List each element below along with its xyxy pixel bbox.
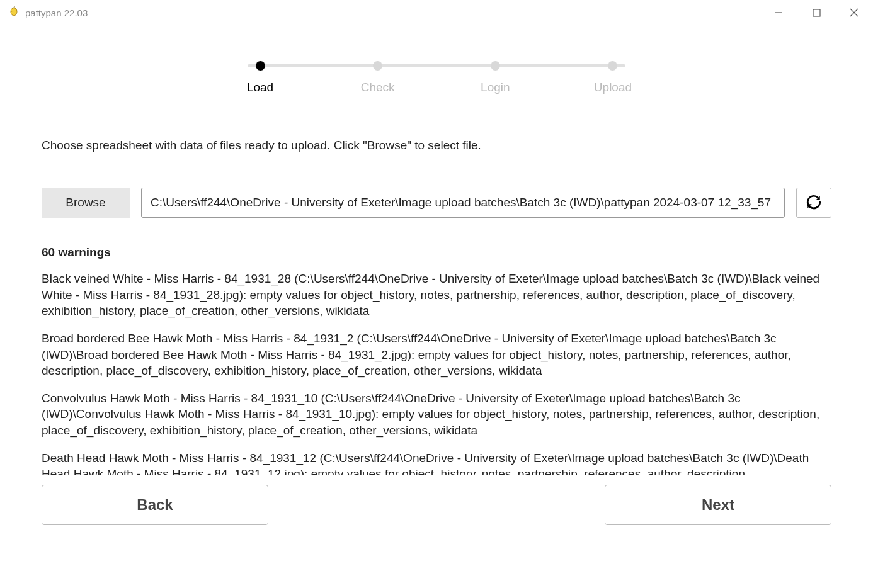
- progress-stepper: LoadCheckLoginUpload: [235, 60, 638, 94]
- warnings-heading: 60 warnings: [42, 246, 826, 259]
- warnings-panel[interactable]: 60 warnings Black veined White - Miss Ha…: [42, 246, 831, 475]
- step-label: Upload: [594, 81, 632, 94]
- app-icon: [8, 6, 20, 19]
- close-button[interactable]: [835, 0, 873, 25]
- warning-item: Broad bordered Bee Hawk Moth - Miss Harr…: [42, 331, 826, 379]
- step-dot: [373, 61, 382, 71]
- step-load: Load: [235, 60, 285, 94]
- window-controls: [760, 0, 873, 25]
- minimize-button[interactable]: [760, 0, 797, 25]
- warning-item: Death Head Hawk Moth - Miss Harris - 84_…: [42, 450, 826, 475]
- step-label: Check: [361, 81, 395, 94]
- step-login: Login: [470, 60, 520, 94]
- warning-item: Convolvulus Hawk Moth - Miss Harris - 84…: [42, 390, 826, 439]
- step-label: Load: [247, 81, 273, 94]
- step-upload: Upload: [588, 60, 638, 94]
- step-check: Check: [353, 60, 403, 94]
- step-label: Login: [481, 81, 510, 94]
- nav-row: Back Next: [42, 485, 831, 525]
- browse-button[interactable]: Browse: [42, 188, 130, 218]
- file-select-row: Browse: [42, 188, 831, 218]
- warning-item: Black veined White - Miss Harris - 84_19…: [42, 271, 826, 319]
- step-dot: [491, 61, 500, 71]
- svg-rect-1: [813, 9, 820, 16]
- window-title: pattypan 22.03: [25, 8, 88, 18]
- next-button[interactable]: Next: [605, 485, 831, 525]
- refresh-icon: [806, 194, 822, 212]
- step-dot: [608, 61, 617, 71]
- refresh-button[interactable]: [796, 188, 831, 218]
- maximize-button[interactable]: [797, 0, 835, 25]
- title-bar: pattypan 22.03: [0, 0, 873, 25]
- file-path-input[interactable]: [141, 188, 785, 218]
- step-dot: [256, 61, 265, 71]
- back-button[interactable]: Back: [42, 485, 268, 525]
- instruction-text: Choose spreadsheet with data of files re…: [42, 139, 831, 152]
